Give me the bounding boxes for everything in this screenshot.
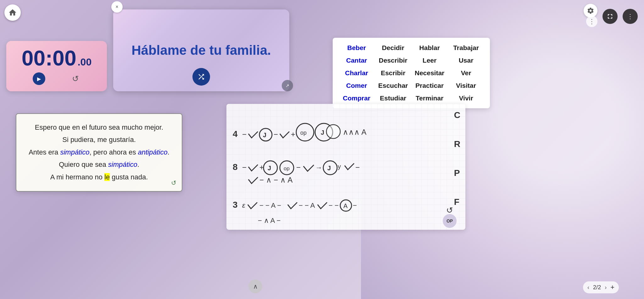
timer-display: 00 : 00 .00	[22, 47, 92, 69]
vocab-item-hablar[interactable]: Hablar	[412, 43, 447, 53]
svg-text:ε: ε	[242, 201, 245, 209]
svg-text:J: J	[263, 132, 266, 138]
vocab-item-describir[interactable]: Describir	[375, 55, 411, 65]
page-prev-button[interactable]: ‹	[587, 284, 589, 291]
page-add-button[interactable]: +	[610, 283, 614, 291]
vocab-item-escribir[interactable]: Escribir	[375, 68, 411, 78]
top-right-controls: ⋮	[602, 9, 638, 24]
svg-text:−: −	[274, 130, 278, 138]
svg-text:A: A	[343, 202, 348, 209]
fullscreen-button[interactable]	[602, 9, 618, 24]
scroll-up-button[interactable]: ∧	[248, 279, 262, 293]
wb-refresh-icon: ↺	[446, 206, 453, 215]
svg-text:4: 4	[233, 129, 238, 139]
text-line-5: A mi hermano no le gusta nada.	[25, 171, 173, 183]
whiteboard-content: 4 − J − + op J ∧∧∧ A 8 − +	[226, 104, 465, 230]
svg-text:− − A −: − − A −	[259, 201, 281, 209]
op-label: OP	[447, 218, 453, 223]
svg-text:− −: − −	[329, 201, 339, 209]
timer-widget: 00 : 00 .00 ▶ ↺	[6, 41, 107, 91]
text-simpatico-2: simpático	[108, 161, 137, 168]
vocab-item-comprar[interactable]: Comprar	[339, 93, 374, 103]
play-icon: ▶	[37, 76, 41, 82]
vocab-item-decidir[interactable]: Decidir	[375, 43, 411, 53]
vocab-item-beber[interactable]: Beber	[339, 43, 374, 53]
page-number: 2/2	[593, 284, 601, 291]
shuffle-button[interactable]	[192, 68, 210, 86]
scroll-up-icon: ∧	[253, 283, 258, 290]
side-letter-c: C	[454, 110, 460, 120]
page-next-button[interactable]: ›	[605, 284, 607, 291]
timer-play-button[interactable]: ▶	[33, 72, 45, 85]
text-line-1: Espero que en el futuro sea mucho mejor.	[25, 121, 173, 133]
timer-reset-button[interactable]: ↺	[70, 74, 80, 84]
vocab-item-cantar[interactable]: Cantar	[339, 55, 374, 65]
expand-button[interactable]: ↗	[282, 80, 293, 91]
page-current: 2	[593, 284, 596, 291]
side-letter-r: R	[454, 139, 460, 149]
svg-text:+: +	[291, 130, 295, 138]
page-indicator: ‹ 2/2 › +	[583, 281, 619, 293]
vocab-item-escuchar[interactable]: Escuchar	[375, 81, 411, 91]
vocab-item-charlar[interactable]: Charlar	[339, 68, 374, 78]
vocab-item-estudiar[interactable]: Estudiar	[375, 93, 411, 103]
timer-controls: ▶ ↺	[33, 72, 80, 85]
svg-text:J: J	[321, 129, 324, 136]
svg-text:op: op	[284, 166, 290, 172]
home-button[interactable]	[4, 4, 21, 21]
vocab-item-usar[interactable]: Usar	[448, 55, 484, 65]
text-le-highlight: le	[104, 173, 110, 181]
vertical-dots-icon: ⋮	[627, 13, 633, 20]
svg-text:J: J	[268, 165, 271, 172]
svg-text:−: −	[296, 163, 301, 172]
svg-text:∧∧∧ A: ∧∧∧ A	[343, 128, 366, 136]
whiteboard[interactable]: 4 − J − + op J ∧∧∧ A 8 − +	[226, 104, 465, 230]
more-dots-icon: ⋮	[589, 18, 595, 25]
timer-hours: 00	[22, 47, 46, 69]
side-letter-p: P	[454, 168, 460, 178]
timer-centiseconds: .00	[78, 57, 92, 67]
svg-text:op: op	[300, 130, 307, 136]
whiteboard-svg: 4 − J − + op J ∧∧∧ A 8 − +	[226, 104, 465, 230]
close-icon: ×	[115, 4, 118, 10]
vocab-grid: Beber Decidir Hablar Trabajar Cantar Des…	[333, 38, 490, 108]
text-line-2: Si pudiera, me gustaría.	[25, 134, 173, 145]
svg-text:−: −	[355, 163, 360, 172]
svg-text:8: 8	[233, 162, 238, 172]
vocab-item-vivir[interactable]: Vivir	[448, 93, 484, 103]
reset-icon: ↺	[72, 74, 79, 84]
vocab-item-comer[interactable]: Comer	[339, 81, 374, 91]
text-line-3: Antes era simpático, pero ahora es antip…	[25, 146, 173, 158]
svg-text:− − A: − − A	[299, 201, 315, 209]
more-options-button[interactable]: ⋮	[623, 9, 638, 24]
svg-text:y: y	[338, 163, 341, 170]
side-letters: C R P F	[454, 110, 460, 207]
whiteboard-op-icon: OP	[443, 214, 457, 228]
svg-point-11	[326, 125, 340, 138]
timer-minutes: 00	[53, 47, 76, 69]
svg-text:−: −	[242, 130, 247, 138]
text-line-4: Quiero que sea simpático.	[25, 159, 173, 170]
refresh-icon: ↺	[171, 179, 176, 187]
text-simpatico-1: simpático	[60, 148, 89, 156]
vocab-item-trabajar[interactable]: Trabajar	[448, 43, 484, 53]
svg-text:3: 3	[233, 200, 238, 210]
svg-text:− ∧ A −: − ∧ A −	[258, 217, 280, 224]
page-total: 2	[598, 284, 601, 291]
text-card-refresh-button[interactable]: ↺	[169, 178, 178, 187]
card-more-button[interactable]: ⋮	[586, 16, 597, 27]
vocab-item-terminar[interactable]: Terminar	[412, 93, 447, 103]
svg-text:−: −	[353, 201, 357, 209]
vocab-item-leer[interactable]: Leer	[412, 55, 447, 65]
vocab-item-visitar[interactable]: Visitar	[448, 81, 484, 91]
expand-icon: ↗	[286, 83, 289, 88]
timer-separator: :	[45, 47, 53, 69]
svg-text:− ∧ − ∧ A: − ∧ − ∧ A	[259, 176, 292, 184]
vocab-item-practicar[interactable]: Practicar	[412, 81, 447, 91]
svg-text:J: J	[327, 165, 331, 172]
vocab-item-ver[interactable]: Ver	[448, 68, 484, 78]
close-button[interactable]: ×	[111, 1, 123, 13]
vocab-item-necesitar[interactable]: Necesitar	[412, 68, 447, 78]
flashcard: Háblame de tu familia.	[113, 9, 289, 91]
text-card: Espero que en el futuro sea mucho mejor.…	[16, 113, 182, 192]
